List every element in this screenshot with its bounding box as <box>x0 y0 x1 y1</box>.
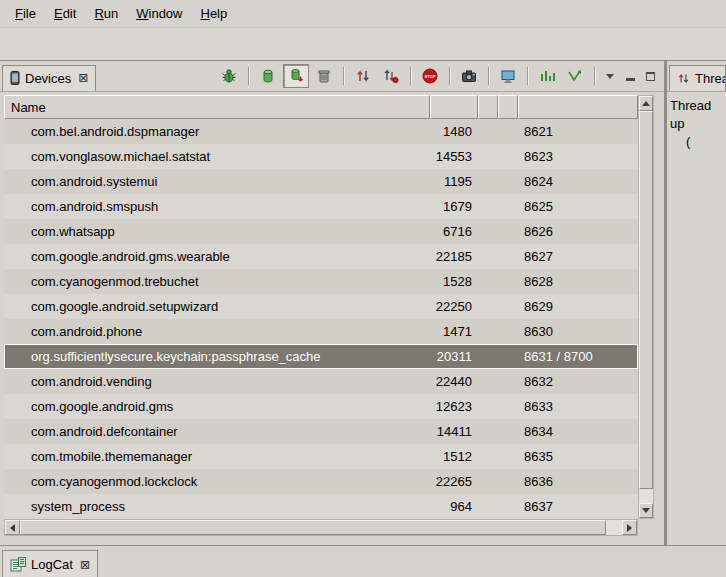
toolbar-separator <box>410 67 411 85</box>
table-row[interactable]: com.vonglasow.michael.satstat 14553 8623 <box>4 144 638 169</box>
table-row[interactable]: com.android.smspush 1679 8625 <box>4 194 638 219</box>
process-port: 8637 <box>518 499 638 514</box>
method-profiling-icon <box>383 68 399 84</box>
process-pid: 1480 <box>430 124 478 139</box>
update-threads-button[interactable] <box>350 64 376 88</box>
cause-gc-button[interactable] <box>311 64 337 88</box>
horizontal-scrollbar[interactable] <box>4 519 638 536</box>
view-menu-button[interactable] <box>601 67 619 85</box>
process-pid: 22250 <box>430 299 478 314</box>
maximize-view-button[interactable] <box>641 67 659 85</box>
table-row[interactable]: system_process 964 8637 <box>4 494 638 519</box>
dump-hprof-icon <box>288 68 304 84</box>
tab-threads[interactable]: Threads <box>669 65 726 91</box>
process-port: 8633 <box>518 399 638 414</box>
debug-bug-icon <box>221 68 237 84</box>
trash-gc-icon <box>316 68 332 84</box>
camera-icon <box>461 68 477 84</box>
dump-hprof-button[interactable] <box>283 64 309 88</box>
device-icon <box>10 71 20 85</box>
toolbar-separator <box>343 67 344 85</box>
menu-edit[interactable]: Edit <box>45 2 85 25</box>
table-row[interactable]: com.google.android.gms 12623 8633 <box>4 394 638 419</box>
view-hierarchy-button[interactable] <box>495 64 521 88</box>
process-name: com.android.defcontainer <box>4 424 430 439</box>
tab-logcat[interactable]: LogCat ⊠ <box>2 550 98 577</box>
table-row[interactable]: com.google.android.setupwizard 22250 862… <box>4 294 638 319</box>
table-row[interactable]: com.android.vending 22440 8632 <box>4 369 638 394</box>
vertical-scrollbar[interactable] <box>638 95 654 519</box>
vertical-scroll-thumb[interactable] <box>639 111 653 489</box>
debug-process-button[interactable] <box>216 64 242 88</box>
tab-devices-label: Devices <box>25 71 71 86</box>
devices-panel: Devices ⊠ <box>0 60 666 545</box>
maximize-icon <box>646 72 655 81</box>
scroll-down-button[interactable] <box>639 503 653 518</box>
menu-help[interactable]: Help <box>191 2 236 25</box>
table-row[interactable]: com.bel.android.dspmanager 1480 8621 <box>4 119 638 144</box>
process-pid: 1512 <box>430 449 478 464</box>
arrow-left-icon <box>10 524 15 532</box>
process-name: com.tmobile.thememanager <box>4 449 430 464</box>
close-icon[interactable]: ⊠ <box>78 72 88 84</box>
column-header-port[interactable] <box>518 95 638 119</box>
svg-text:STOP: STOP <box>425 74 436 79</box>
process-pid: 14553 <box>430 149 478 164</box>
logcat-icon <box>10 557 26 572</box>
tab-logcat-label: LogCat <box>31 557 73 572</box>
minimize-icon <box>626 78 635 81</box>
threads-message-line1: Thread up <box>670 97 723 133</box>
tab-devices[interactable]: Devices ⊠ <box>2 65 96 91</box>
process-pid: 22265 <box>430 474 478 489</box>
table-row[interactable]: com.android.systemui 1195 8624 <box>4 169 638 194</box>
minimize-view-button[interactable] <box>621 67 639 85</box>
process-name: com.google.android.gms <box>4 399 430 414</box>
menu-run[interactable]: Run <box>85 2 127 25</box>
process-port: 8621 <box>518 124 638 139</box>
main-toolbar-strip <box>0 28 726 61</box>
process-port: 8634 <box>518 424 638 439</box>
column-header-spacer1[interactable] <box>478 95 498 119</box>
green-arrow-icon <box>567 68 583 84</box>
menu-window[interactable]: Window <box>127 2 191 25</box>
scroll-right-button[interactable] <box>622 520 637 535</box>
process-port: 8636 <box>518 474 638 489</box>
column-header-spacer2[interactable] <box>498 95 518 119</box>
view-hierarchy-icon <box>500 68 516 84</box>
stop-icon: STOP <box>422 68 438 84</box>
stop-process-button[interactable]: STOP <box>417 64 443 88</box>
process-name: com.google.android.gms.wearable <box>4 249 430 264</box>
scroll-left-button[interactable] <box>5 520 20 535</box>
table-row[interactable]: com.tmobile.thememanager 1512 8635 <box>4 444 638 469</box>
table-row[interactable]: com.whatsapp 6716 8626 <box>4 219 638 244</box>
menu-file[interactable]: File <box>6 2 45 25</box>
column-header-name[interactable]: Name <box>4 95 430 119</box>
table-row[interactable]: com.android.defcontainer 14411 8634 <box>4 419 638 444</box>
table-row[interactable]: com.android.phone 1471 8630 <box>4 319 638 344</box>
arrow-down-icon <box>642 508 650 513</box>
process-name: com.android.systemui <box>4 174 430 189</box>
column-header-pid[interactable] <box>430 95 478 119</box>
process-port: 8632 <box>518 374 638 389</box>
toolbar-separator <box>594 67 595 85</box>
scroll-up-button[interactable] <box>639 96 653 111</box>
close-icon[interactable]: ⊠ <box>80 559 90 571</box>
heap-bars-button[interactable] <box>534 64 560 88</box>
table-row[interactable]: com.cyanogenmod.trebuchet 1528 8628 <box>4 269 638 294</box>
table-row[interactable]: com.cyanogenmod.lockclock 22265 8636 <box>4 469 638 494</box>
method-profiling-button[interactable] <box>378 64 404 88</box>
table-row[interactable]: com.google.android.gms.wearable 22185 86… <box>4 244 638 269</box>
horizontal-scroll-thumb[interactable] <box>20 520 606 535</box>
threads-panel-header: Threads <box>667 61 726 92</box>
process-pid: 1528 <box>430 274 478 289</box>
process-pid: 20311 <box>430 349 478 364</box>
table-row[interactable]: org.sufficientlysecure.keychain:passphra… <box>4 344 638 369</box>
update-heap-button[interactable] <box>255 64 281 88</box>
arrow-right-icon <box>627 524 632 532</box>
profile-arrow-button[interactable] <box>562 64 588 88</box>
process-pid: 12623 <box>430 399 478 414</box>
screen-capture-button[interactable] <box>456 64 482 88</box>
toolbar-separator <box>488 67 489 85</box>
process-port: 8627 <box>518 249 638 264</box>
process-pid: 1471 <box>430 324 478 339</box>
